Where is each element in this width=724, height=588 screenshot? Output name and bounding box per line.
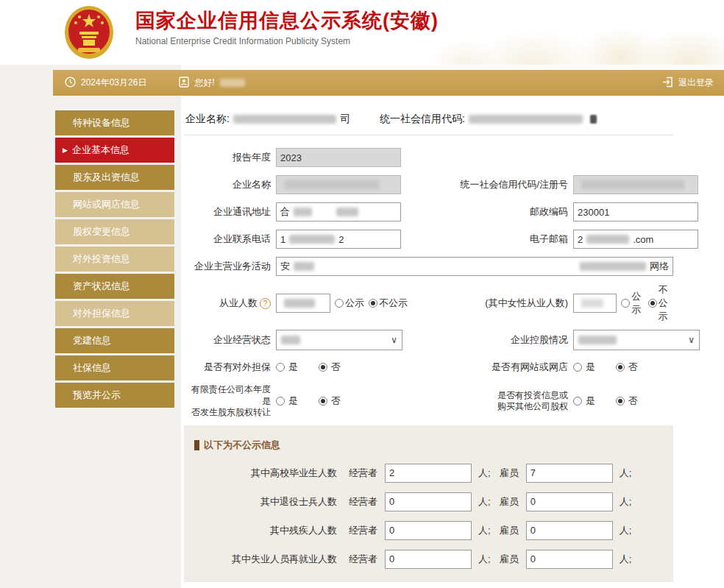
title-block: 国家企业信用信息公示系统(安徽) National Enterprise Cre…: [135, 9, 439, 46]
section-marker-icon: [194, 440, 199, 450]
clock-icon: [65, 77, 76, 90]
non-public-section: 以下为不公示信息 其中高校毕业生人数 经营者 人; 雇员 人; 其中退役士兵人数…: [184, 425, 673, 582]
sidebar-item-basic-info[interactable]: ▶企业基本信息: [55, 138, 174, 163]
sidebar-nav: 特种设备信息 ▶企业基本信息 股东及出资信息 网站或网店信息 股权变更信息 对外…: [55, 110, 174, 410]
graduates-employee-field[interactable]: [526, 464, 613, 483]
logout-button[interactable]: 退出登录: [662, 77, 714, 90]
credit-code-label: 统一社会信用代码:: [380, 113, 465, 126]
address-field[interactable]: 合: [276, 202, 401, 222]
row-phone-email: 企业联系电话 12 电子邮箱 2.com: [184, 229, 673, 249]
veterans-label: 其中退役士兵人数: [190, 495, 337, 509]
operator-label: 经营者: [349, 524, 377, 537]
female-private-radio[interactable]: [648, 299, 657, 308]
no-label: 否: [628, 394, 638, 408]
graduates-operator-field[interactable]: [385, 464, 472, 483]
row-disabled-persons: 其中残疾人人数 经营者 人; 雇员 人;: [190, 521, 666, 540]
credit-code-field: [573, 175, 698, 194]
employee-label: 雇员: [500, 495, 519, 509]
report-year-label: 报告年度: [184, 151, 271, 164]
guarantee-label: 是否有对外担保: [184, 361, 271, 374]
no-label: 否: [331, 394, 341, 408]
veterans-employee-field[interactable]: [526, 492, 613, 511]
sidebar-item-party-building[interactable]: 党建信息: [55, 328, 174, 353]
website-no-radio[interactable]: [616, 363, 625, 372]
unit-label: 人;: [478, 553, 491, 566]
disabled-operator-field[interactable]: [385, 521, 472, 540]
employees-private-radio[interactable]: [369, 299, 377, 308]
no-label: 否: [628, 361, 638, 374]
website-yes-radio[interactable]: [573, 363, 582, 372]
equity-transfer-yes-radio[interactable]: [276, 397, 285, 405]
employees-public-label: 公示: [345, 297, 364, 310]
employee-label: 雇员: [500, 467, 519, 480]
sidebar-item-investment[interactable]: 对外投资信息: [55, 247, 174, 272]
help-icon[interactable]: ?: [260, 298, 271, 309]
yes-label: 是: [586, 361, 595, 374]
business-status-select[interactable]: ∨: [276, 330, 402, 350]
veterans-operator-field[interactable]: [385, 492, 472, 511]
page-subtitle: National Enterprise Credit Information P…: [135, 36, 439, 46]
business-status-label: 企业经营状态: [184, 333, 271, 347]
website-label: 是否有网站或网店: [458, 361, 568, 374]
equity-transfer-label: 有限责任公司本年度是 否发生股东股权转让: [184, 384, 271, 419]
sidebar-item-special-equipment[interactable]: 特种设备信息: [55, 110, 174, 135]
email-label: 电子邮箱: [458, 233, 568, 246]
phone-field[interactable]: 12: [276, 230, 401, 249]
row-address-postcode: 企业通讯地址 合 邮政编码: [184, 202, 673, 222]
email-field[interactable]: 2.com: [573, 230, 698, 249]
investment-label: 是否有投资信息或 购买其他公司股权: [458, 390, 568, 413]
row-veterans: 其中退役士兵人数 经营者 人; 雇员 人;: [190, 492, 666, 511]
equity-transfer-no-radio[interactable]: [319, 397, 327, 405]
logout-label: 退出登录: [678, 77, 714, 89]
holding-status-select[interactable]: ∨: [573, 330, 700, 350]
sidebar-item-preview-publish[interactable]: 预览并公示: [55, 383, 174, 408]
sidebar-item-social-security[interactable]: 社保信息: [55, 355, 174, 380]
user-card-icon: [179, 77, 189, 90]
employee-label: 雇员: [500, 553, 519, 566]
sidebar-item-guarantee[interactable]: 对外担保信息: [55, 301, 174, 326]
sidebar-item-equity-change[interactable]: 股权变更信息: [55, 219, 174, 244]
company-name-field: [276, 175, 401, 194]
disabled-persons-label: 其中残疾人人数: [190, 524, 337, 537]
guarantee-no-radio[interactable]: [319, 363, 327, 372]
row-report-year: 报告年度 2023: [184, 147, 673, 168]
yes-label: 是: [288, 394, 298, 408]
female-employees-field[interactable]: [573, 294, 617, 313]
disabled-employee-field[interactable]: [526, 521, 613, 540]
no-label: 否: [331, 361, 341, 374]
guarantee-yes-radio[interactable]: [276, 363, 285, 372]
main-business-field[interactable]: 安 网络: [276, 257, 673, 276]
address-label: 企业通讯地址: [184, 205, 271, 219]
postcode-field[interactable]: [573, 202, 698, 222]
date-group: 2024年03月26日: [65, 77, 146, 90]
employees-field[interactable]: [276, 294, 330, 313]
page-title: 国家企业信用信息公示系统(安徽): [135, 9, 439, 32]
redacted-credit-code-end: [590, 115, 597, 124]
unit-label: 人;: [620, 524, 632, 537]
employees-public-radio[interactable]: [335, 299, 344, 308]
logout-icon: [662, 77, 673, 90]
reemployed-label: 其中失业人员再就业人数: [190, 553, 337, 566]
female-public-radio[interactable]: [621, 299, 630, 308]
sidebar-item-label: 企业基本信息: [72, 144, 129, 155]
unit-label: 人;: [620, 495, 632, 509]
yes-label: 是: [288, 361, 298, 374]
reemployed-employee-field[interactable]: [526, 550, 613, 569]
unit-label: 人;: [620, 467, 632, 480]
employees-label-wrap: 从业人数 ?: [184, 297, 271, 310]
current-date: 2024年03月26日: [81, 77, 146, 89]
investment-no-radio[interactable]: [616, 397, 625, 405]
company-name-suffix: 司: [340, 113, 350, 126]
sidebar-item-website[interactable]: 网站或网店信息: [55, 192, 174, 217]
yes-label: 是: [586, 394, 595, 408]
redacted-company-name: [233, 115, 336, 124]
row-transfer-investment: 有限责任公司本年度是 否发生股东股权转让 是 否 是否有投资信息或 购买其他公司…: [184, 384, 673, 419]
redacted-credit-code: [469, 115, 583, 124]
sidebar-item-assets[interactable]: 资产状况信息: [55, 274, 174, 299]
row-guarantee-website: 是否有对外担保 是 否 是否有网站或网店 是 否: [184, 357, 673, 378]
employees-label: 从业人数: [219, 297, 258, 310]
company-info-bar: 企业名称: 司 统一社会信用代码:: [184, 110, 673, 135]
reemployed-operator-field[interactable]: [385, 550, 472, 569]
investment-yes-radio[interactable]: [573, 397, 582, 405]
sidebar-item-shareholders[interactable]: 股东及出资信息: [55, 165, 174, 190]
